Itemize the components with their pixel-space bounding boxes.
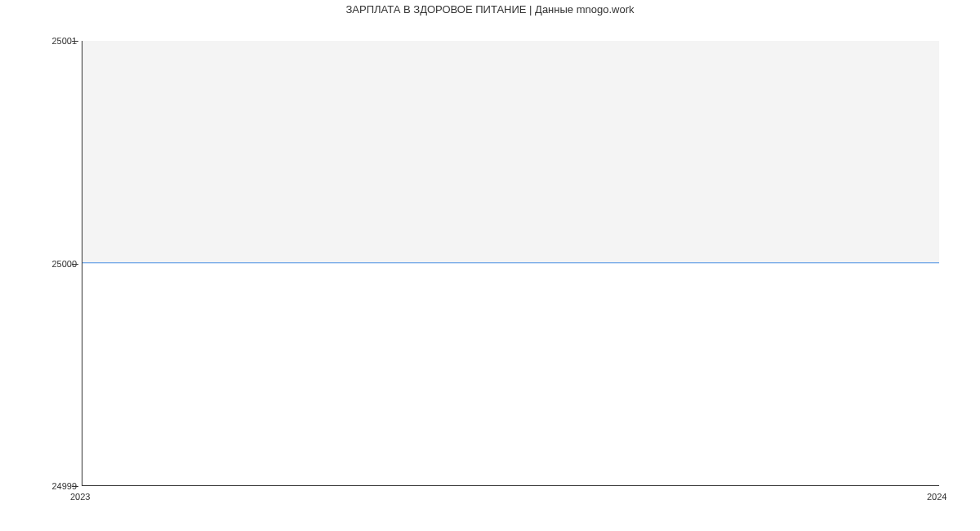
x-axis-label: 2023 bbox=[70, 492, 90, 502]
data-line bbox=[82, 262, 939, 263]
salary-line-chart: ЗАРПЛАТА В ЗДОРОВОЕ ПИТАНИЕ | Данные mno… bbox=[0, 0, 980, 506]
y-axis-label: 25000 bbox=[51, 259, 77, 269]
plot-band-upper bbox=[82, 41, 939, 263]
x-axis-label: 2024 bbox=[927, 492, 947, 502]
y-axis-label: 24999 bbox=[51, 481, 77, 491]
chart-title: ЗАРПЛАТА В ЗДОРОВОЕ ПИТАНИЕ | Данные mno… bbox=[0, 3, 980, 16]
y-axis-label: 25001 bbox=[51, 36, 77, 46]
plot-area bbox=[82, 41, 939, 486]
